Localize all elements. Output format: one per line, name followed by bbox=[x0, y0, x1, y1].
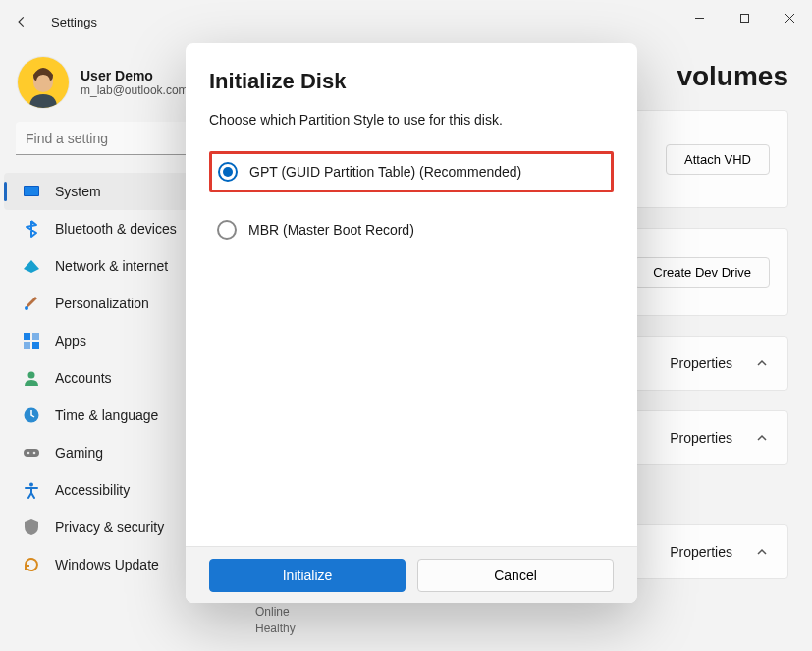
dialog-subtitle: Choose which Partition Style to use for … bbox=[209, 112, 614, 128]
radio-option-gpt[interactable]: GPT (GUID Partition Table) (Recommended) bbox=[209, 151, 614, 192]
status-line-2: Healthy bbox=[255, 621, 296, 637]
initialize-disk-dialog: Initialize Disk Choose which Partition S… bbox=[186, 43, 637, 603]
back-button[interactable] bbox=[0, 0, 43, 43]
radio-label: MBR (Master Boot Record) bbox=[248, 222, 414, 238]
cancel-button[interactable]: Cancel bbox=[417, 559, 614, 592]
maximize-button[interactable] bbox=[722, 0, 767, 35]
svg-rect-10 bbox=[24, 449, 39, 457]
svg-rect-0 bbox=[740, 14, 748, 22]
wifi-icon bbox=[22, 256, 41, 276]
dialog-footer: Initialize Cancel bbox=[186, 546, 637, 603]
svg-point-13 bbox=[29, 483, 33, 487]
attach-vhd-button[interactable]: Attach VHD bbox=[666, 144, 770, 175]
nav-label: Accessibility bbox=[55, 482, 130, 498]
minimize-button[interactable] bbox=[677, 0, 722, 35]
shield-icon bbox=[22, 517, 41, 537]
chevron-up-icon bbox=[754, 546, 770, 558]
bluetooth-icon bbox=[22, 219, 41, 239]
nav-label: Windows Update bbox=[55, 557, 159, 572]
nav-label: Apps bbox=[55, 333, 86, 349]
user-email: m_lab@outlook.com bbox=[81, 83, 189, 97]
nav-label: Network & internet bbox=[55, 258, 168, 274]
apps-icon bbox=[22, 331, 41, 351]
svg-rect-5 bbox=[32, 333, 39, 340]
disk-status: Online Healthy bbox=[255, 604, 296, 637]
gaming-icon bbox=[22, 443, 41, 462]
nav-label: System bbox=[55, 184, 101, 199]
radio-indicator bbox=[218, 162, 238, 182]
radio-label: GPT (GUID Partition Table) (Recommended) bbox=[249, 164, 521, 180]
partition-style-group: GPT (GUID Partition Table) (Recommended)… bbox=[209, 151, 614, 249]
svg-rect-4 bbox=[24, 333, 30, 340]
nav-label: Accounts bbox=[55, 370, 112, 386]
radio-indicator bbox=[217, 220, 237, 240]
status-line-1: Online bbox=[255, 604, 296, 621]
svg-rect-6 bbox=[24, 342, 30, 349]
properties-label: Properties bbox=[670, 430, 732, 446]
svg-point-12 bbox=[33, 452, 36, 455]
nav-label: Privacy & security bbox=[55, 519, 164, 535]
window-controls bbox=[677, 0, 812, 35]
globe-clock-icon bbox=[22, 406, 41, 425]
update-icon bbox=[22, 555, 41, 574]
initialize-button[interactable]: Initialize bbox=[209, 559, 406, 592]
properties-label: Properties bbox=[670, 355, 732, 371]
nav-label: Bluetooth & devices bbox=[55, 221, 177, 237]
titlebar: Settings bbox=[0, 0, 812, 43]
dialog-title: Initialize Disk bbox=[209, 69, 614, 94]
svg-point-3 bbox=[25, 306, 28, 310]
close-button[interactable] bbox=[767, 0, 812, 35]
properties-label: Properties bbox=[670, 544, 732, 560]
person-icon bbox=[22, 368, 41, 388]
nav-label: Time & language bbox=[55, 407, 158, 423]
svg-rect-7 bbox=[32, 342, 39, 349]
display-icon bbox=[22, 182, 41, 201]
accessibility-icon bbox=[22, 480, 41, 500]
svg-rect-2 bbox=[25, 187, 38, 195]
window-title: Settings bbox=[51, 15, 97, 29]
chevron-up-icon bbox=[754, 357, 770, 369]
svg-point-11 bbox=[27, 452, 30, 455]
nav-label: Personalization bbox=[55, 296, 149, 311]
brush-icon bbox=[22, 294, 41, 313]
nav-label: Gaming bbox=[55, 445, 103, 461]
radio-option-mbr[interactable]: MBR (Master Boot Record) bbox=[209, 210, 614, 249]
chevron-up-icon bbox=[754, 432, 770, 444]
user-name: User Demo bbox=[81, 68, 189, 83]
create-dev-drive-button[interactable]: Create Dev Drive bbox=[634, 257, 770, 288]
svg-point-8 bbox=[28, 372, 35, 379]
avatar bbox=[18, 57, 69, 108]
